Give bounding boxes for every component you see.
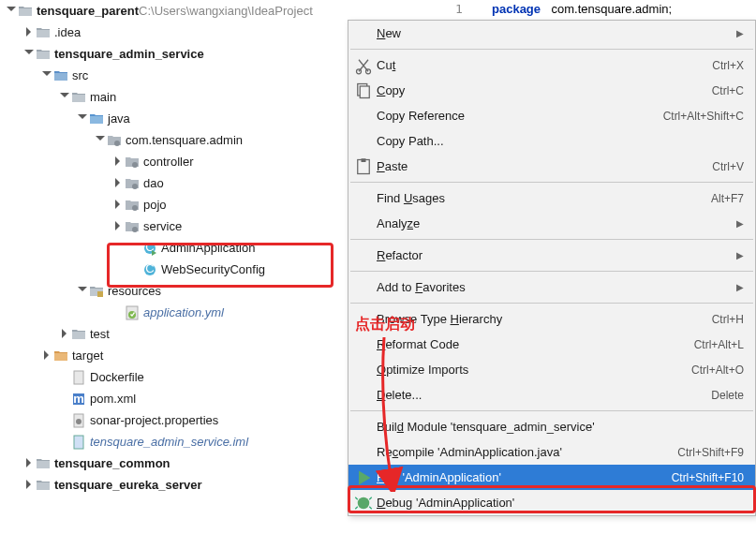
menu-shortcut: Ctrl+Shift+F10: [672, 471, 744, 484]
tree-item-label: sonar-project.properties: [90, 413, 218, 427]
chevron-down-icon[interactable]: [24, 50, 34, 59]
chevron-right-icon[interactable]: [24, 459, 34, 468]
menu-item-label: Copy Path...: [373, 134, 744, 148]
package-icon: [125, 155, 140, 170]
svg-rect-17: [74, 436, 83, 449]
chevron-right-icon[interactable]: [24, 28, 34, 37]
menu-separator: [350, 182, 753, 183]
tree-item-label: AdminApplication: [161, 241, 255, 255]
svg-rect-9: [97, 291, 103, 297]
chevron-right-icon[interactable]: [60, 330, 69, 339]
spacer: [113, 308, 123, 318]
menu-item-label: New: [373, 26, 731, 40]
file-gear-icon: [71, 413, 86, 428]
tree-item-label: tensquare_common: [54, 456, 170, 470]
menu-shortcut: Ctrl+C: [712, 84, 744, 97]
menu-item-label: Paste: [373, 159, 712, 173]
menu-shortcut: Delete: [711, 389, 744, 402]
folder-icon: [18, 4, 33, 19]
svg-rect-21: [360, 86, 369, 98]
pom-icon: m: [71, 392, 86, 407]
menu-item-label: Reformat Code: [373, 337, 694, 351]
annotation-arrow: [375, 333, 412, 492]
file-icon: [71, 370, 86, 385]
menu-shortcut: Ctrl+X: [712, 59, 744, 72]
submenu-arrow-icon: ▶: [736, 282, 744, 292]
class-run-icon: C: [142, 241, 157, 256]
folder-icon: [36, 47, 51, 62]
menu-item-label: Run 'AdminApplication': [373, 470, 672, 484]
folder-icon: [36, 478, 51, 493]
menu-item[interactable]: Find UsagesAlt+F7: [348, 185, 755, 211]
menu-item-label: Copy Reference: [373, 109, 663, 123]
menu-item[interactable]: CutCtrl+X: [348, 52, 755, 78]
svg-text:m: m: [73, 392, 84, 406]
svg-point-4: [132, 227, 138, 232]
submenu-arrow-icon: ▶: [736, 218, 744, 229]
menu-item[interactable]: Copy Path...: [348, 128, 755, 154]
chevron-down-icon[interactable]: [60, 93, 69, 102]
menu-item[interactable]: Add to Favorites▶: [348, 274, 755, 300]
svg-point-2: [132, 184, 138, 189]
menu-item-label: Cut: [373, 58, 712, 72]
svg-point-3: [132, 205, 138, 211]
svg-point-0: [114, 141, 120, 146]
package-icon: [125, 198, 140, 213]
menu-separator: [350, 239, 753, 240]
menu-item-label: Delete...: [373, 388, 711, 402]
tree-item-label: controller: [143, 155, 193, 169]
chevron-right-icon[interactable]: [113, 179, 123, 188]
tree-item-label: tensquare_admin_service.iml: [90, 435, 248, 449]
tree-item-label: service: [143, 219, 182, 233]
tree-item-label: application.yml: [143, 305, 224, 319]
spacer: [131, 265, 141, 274]
project-path: C:\Users\wangxiang\IdeaProject: [139, 4, 313, 18]
line-number: 1: [426, 0, 492, 19]
chevron-right-icon[interactable]: [113, 200, 123, 210]
menu-item[interactable]: Refactor▶: [348, 243, 755, 268]
folder-icon: [36, 456, 51, 471]
tree-item-label: resources: [108, 284, 161, 298]
folder-blue-icon: [89, 111, 104, 126]
tree-item-label: pom.xml: [90, 392, 136, 406]
menu-item[interactable]: PasteCtrl+V: [348, 154, 755, 179]
annotation-text: 点击启动: [355, 315, 415, 334]
menu-item-label: Debug 'AdminApplication': [373, 496, 744, 510]
menu-separator: [350, 303, 753, 304]
debug-icon: [354, 494, 373, 512]
menu-item[interactable]: Debug 'AdminApplication': [348, 490, 755, 515]
menu-item[interactable]: CopyCtrl+C: [348, 78, 755, 103]
menu-shortcut: Ctrl+Alt+L: [694, 338, 744, 351]
menu-item-label: Add to Favorites: [373, 280, 731, 294]
menu-item[interactable]: Analyze▶: [348, 211, 755, 236]
menu-item-label: Build Module 'tensquare_admin_service': [373, 420, 744, 434]
package-icon: [107, 133, 122, 148]
menu-shortcut: Ctrl+Alt+O: [691, 363, 744, 377]
tree-item-label: test: [90, 327, 110, 341]
chevron-right-icon[interactable]: [113, 157, 123, 167]
spacer: [60, 438, 69, 447]
tree-item[interactable]: tensquare_parent C:\Users\wangxiang\Idea…: [0, 0, 426, 22]
spacer: [60, 373, 69, 382]
chevron-down-icon[interactable]: [96, 136, 105, 145]
chevron-right-icon[interactable]: [42, 351, 52, 361]
chevron-down-icon[interactable]: [7, 7, 16, 16]
keyword-package: package: [492, 2, 541, 16]
folder-icon: [71, 90, 86, 105]
cut-icon: [354, 56, 373, 75]
chevron-down-icon[interactable]: [78, 114, 87, 124]
tree-item-label: Dockerfile: [90, 370, 144, 384]
chevron-down-icon[interactable]: [78, 287, 87, 296]
menu-shortcut: Ctrl+Shift+F9: [677, 446, 744, 459]
menu-item[interactable]: Copy ReferenceCtrl+Alt+Shift+C: [348, 103, 755, 128]
svg-rect-23: [362, 158, 366, 162]
folder-src-icon: [53, 68, 68, 83]
menu-item[interactable]: New▶: [348, 21, 755, 46]
chevron-right-icon[interactable]: [113, 222, 123, 231]
chevron-down-icon[interactable]: [42, 71, 52, 81]
chevron-right-icon[interactable]: [24, 481, 34, 490]
menu-shortcut: Ctrl+H: [712, 313, 744, 326]
package-icon: [125, 176, 140, 191]
tree-item-label: dao: [143, 176, 164, 190]
run-icon: [354, 468, 373, 487]
